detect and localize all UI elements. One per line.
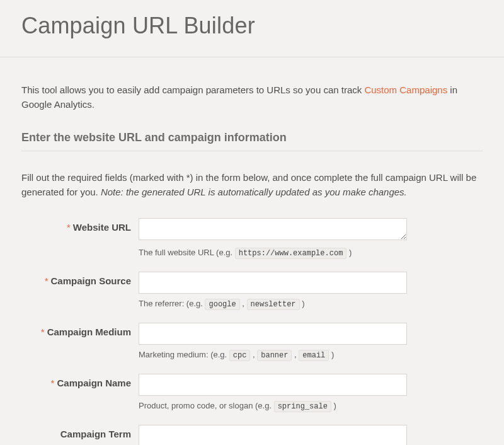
campaign-term-input[interactable] [139,425,407,445]
instructions-text: Fill out the required fields (marked wit… [21,170,483,200]
content-area: This tool allows you to easily add campa… [0,57,504,445]
label-campaign-name: *Campaign Name [21,374,139,388]
field-website-url: *Website URL The full website URL (e.g. … [21,218,407,258]
label-campaign-medium: *Campaign Medium [21,323,139,337]
field-campaign-name: *Campaign Name Product, promo code, or s… [21,374,407,411]
intro-prefix: This tool allows you to easily add campa… [21,84,364,95]
required-asterisk: * [41,327,45,337]
intro-text: This tool allows you to easily add campa… [21,83,483,112]
campaign-medium-input[interactable] [139,323,407,345]
required-asterisk: * [51,378,55,388]
required-asterisk: * [67,222,71,233]
field-campaign-medium: *Campaign Medium Marketing medium: (e.g.… [21,323,407,360]
campaign-name-input[interactable] [139,374,407,396]
page-title: Campaign URL Builder [21,13,483,39]
url-builder-form: *Website URL The full website URL (e.g. … [21,218,483,445]
label-website-url: *Website URL [21,218,139,233]
required-asterisk: * [45,275,49,286]
field-campaign-term: *Campaign Term Identify the paid keyword… [21,425,407,445]
website-url-input[interactable] [139,218,407,240]
instructions-note: Note: the generated URL is automatically… [101,187,407,197]
campaign-source-input[interactable] [139,272,407,294]
custom-campaigns-link[interactable]: Custom Campaigns [364,84,447,95]
section-title: Enter the website URL and campaign infor… [21,131,483,151]
label-campaign-source: *Campaign Source [21,272,139,286]
hint-website-url: The full website URL (e.g. https://www.e… [139,248,407,258]
section-divider [21,151,483,151]
hint-campaign-source: The referrer: (e.g. google , newsletter … [139,299,407,309]
page-header: Campaign URL Builder [0,0,504,57]
field-campaign-source: *Campaign Source The referrer: (e.g. goo… [21,272,407,309]
label-campaign-term: *Campaign Term [21,425,139,439]
hint-campaign-medium: Marketing medium: (e.g. cpc , banner , e… [139,350,407,360]
hint-campaign-name: Product, promo code, or slogan (e.g. spr… [139,401,407,411]
